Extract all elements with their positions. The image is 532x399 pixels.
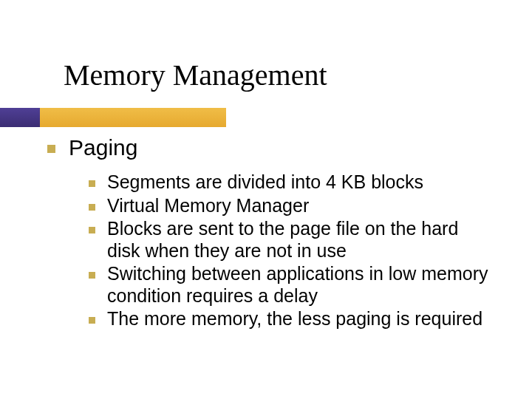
square-bullet-icon [89,180,95,187]
section-heading: Paging [69,134,137,161]
bullet-text: Virtual Memory Manager [107,195,309,217]
bullet-text: The more memory, the less paging is requ… [107,308,482,330]
underline-bar-purple [0,108,40,127]
bullet-level2: Segments are divided into 4 KB blocks [89,171,502,194]
slide-title: Memory Management [64,58,532,92]
square-bullet-icon [89,317,95,324]
bullet-level1: Paging [47,134,502,161]
slide-body: Paging Segments are divided into 4 KB bl… [47,134,502,332]
square-bullet-icon [89,204,95,211]
slide: Memory Management Paging Segments are di… [0,0,532,399]
bullet-level2: Switching between applications in low me… [89,263,502,307]
bullet-level2: Virtual Memory Manager [89,195,502,217]
square-bullet-icon [47,145,55,153]
bullet-level2: The more memory, the less paging is requ… [89,308,502,330]
title-underline [0,108,229,127]
bullet-level2-list: Segments are divided into 4 KB blocks Vi… [89,171,502,330]
square-bullet-icon [89,227,95,233]
bullet-text: Blocks are sent to the page file on the … [107,218,491,262]
title-area: Memory Management [0,58,532,92]
bullet-level2: Blocks are sent to the page file on the … [89,218,502,262]
bullet-text: Switching between applications in low me… [107,263,491,307]
square-bullet-icon [89,272,95,279]
bullet-text: Segments are divided into 4 KB blocks [107,171,423,194]
